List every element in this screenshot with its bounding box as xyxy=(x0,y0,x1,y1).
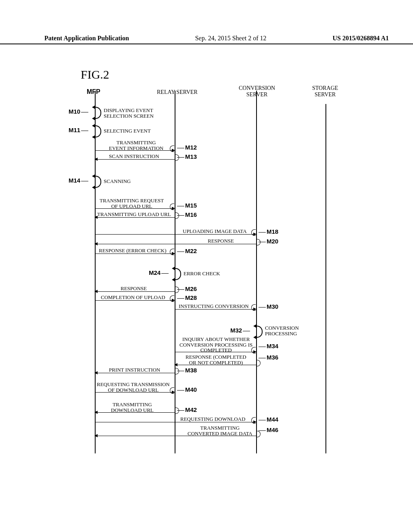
arrow-m18 xyxy=(175,234,256,235)
arrow-m20 xyxy=(95,244,256,244)
label-m15: TRANSMITTING REQUESTOF UPLOAD URL xyxy=(100,198,164,209)
label-m20: RESPONSE xyxy=(208,238,234,244)
step-id-m14: M14 xyxy=(69,177,89,184)
step-id-m13: M13 xyxy=(176,153,197,160)
arc-m32 xyxy=(256,326,263,338)
arrow-m16 xyxy=(95,217,175,218)
label-m12: TRANSMITTINGEVENT INFORMATION xyxy=(109,140,163,151)
arc-m14 xyxy=(95,176,101,188)
arc-m10 xyxy=(95,107,101,119)
step-id-m12: M12 xyxy=(176,144,197,151)
step-id-m36: M36 xyxy=(258,354,278,361)
lifeline-mfp xyxy=(95,91,96,453)
arc-m24 xyxy=(175,268,181,280)
arrow-m30 xyxy=(175,309,256,310)
step-id-m11: M11 xyxy=(69,127,89,133)
arrow-m44-ext xyxy=(95,422,175,422)
label-m36: RESPONSE (COMPLETEDOR NOT COMPLETED) xyxy=(186,354,246,365)
step-id-m30: M30 xyxy=(258,303,278,310)
arrow-m38 xyxy=(95,373,175,373)
label-m28: COMPLETION OF UPLOAD xyxy=(101,295,165,300)
step-id-m42: M42 xyxy=(176,406,197,413)
header-mid: Sep. 24, 2015 Sheet 2 of 12 xyxy=(195,35,267,42)
step-id-m32: M32 xyxy=(230,327,251,334)
arrow-m28 xyxy=(95,300,175,301)
label-m14: SCANNING xyxy=(104,179,131,184)
sequence-diagram: MFP RELAY SERVER CONVERSIONSERVER STORAG… xyxy=(71,91,369,453)
step-id-m24: M24 xyxy=(149,269,169,276)
curl-m36 xyxy=(256,360,261,366)
label-m30: INSTRUCTING CONVERSION xyxy=(179,303,249,309)
label-m40: REQUESTING TRANSMISSIONOF DOWNLOAD URL xyxy=(97,382,170,393)
label-m13: SCAN INSTRUCTION xyxy=(109,154,159,159)
step-id-m28: M28 xyxy=(176,294,197,301)
label-m46: TRANSMITTINGCONVERTED IMAGE DATA xyxy=(188,425,252,436)
step-id-m20: M20 xyxy=(258,238,278,245)
curl-m12 xyxy=(170,145,174,152)
participant-storage: STORAGESERVER xyxy=(312,85,338,98)
step-id-m16: M16 xyxy=(176,211,197,218)
step-id-m22: M22 xyxy=(176,247,197,254)
label-m16: TRANSMITTING UPLOAD URL xyxy=(97,212,171,217)
header-left: Patent Application Publication xyxy=(44,35,129,42)
step-id-m46: M46 xyxy=(258,426,278,433)
page-header: Patent Application Publication Sep. 24, … xyxy=(0,35,413,44)
step-id-m34: M34 xyxy=(258,343,278,349)
arrow-m13 xyxy=(95,159,175,160)
step-id-m44: M44 xyxy=(258,416,278,423)
curl-m22 xyxy=(170,249,174,255)
curl-m28 xyxy=(170,295,174,302)
label-m42: TRANSMITTINGDOWNLOAD URL xyxy=(111,402,154,413)
label-m44: REQUESTING DOWNLOAD xyxy=(180,416,245,422)
participant-conversion: CONVERSIONSERVER xyxy=(239,85,275,98)
label-m32: CONVERSIONPROCESSING xyxy=(265,325,299,336)
label-m26: RESPONSE xyxy=(121,286,147,291)
step-id-m40: M40 xyxy=(176,386,197,393)
label-m18: UPLOADING IMAGE DATA xyxy=(183,229,247,234)
page: Patent Application Publication Sep. 24, … xyxy=(0,0,413,532)
curl-m15 xyxy=(170,204,174,210)
arrow-m44 xyxy=(175,422,256,422)
label-m11: SELECTING EVENT xyxy=(104,128,151,134)
arrow-m26 xyxy=(95,291,175,292)
arrow-m22 xyxy=(95,254,175,254)
participant-relay: RELAY SERVER xyxy=(157,89,198,96)
curl-m40 xyxy=(170,387,174,394)
step-id-m10: M10 xyxy=(69,108,89,115)
arrow-m18-ext xyxy=(95,234,175,235)
label-m34: INQUIRY ABOUT WHETHERCONVERSION PROCESSI… xyxy=(179,337,252,353)
header-right: US 2015/0268894 A1 xyxy=(332,35,389,42)
label-m10: DISPLAYING EVENTSELECTION SCREEN xyxy=(104,108,154,118)
step-id-m18: M18 xyxy=(258,228,278,235)
label-m22: RESPONSE (ERROR CHECK) xyxy=(99,248,167,254)
step-id-m15: M15 xyxy=(176,202,197,209)
arc-m11 xyxy=(95,125,101,137)
curl-m44 xyxy=(251,417,256,424)
curl-m18 xyxy=(251,229,256,236)
step-id-m38: M38 xyxy=(176,367,197,374)
step-id-m26: M26 xyxy=(176,285,197,292)
figure-label: FIG.2 xyxy=(81,68,109,81)
curl-m30 xyxy=(251,304,256,311)
label-m38: PRINT INSTRUCTION xyxy=(109,367,160,373)
label-m24: ERROR CHECK xyxy=(184,271,220,276)
lifeline-conversion xyxy=(256,91,257,453)
lifeline-storage xyxy=(325,104,326,453)
participant-mfp: MFP xyxy=(87,88,100,96)
